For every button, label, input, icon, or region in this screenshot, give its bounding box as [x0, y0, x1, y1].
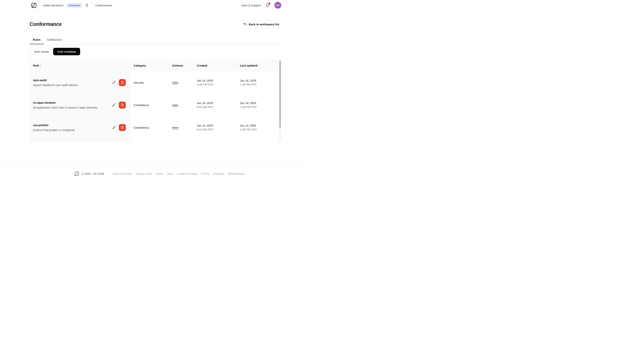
column-header-created[interactable]: Created	[194, 64, 237, 67]
updated-time: 1:46 PM PDT	[240, 105, 257, 109]
footer-link-nxdevtools[interactable]: @NxDevTools	[228, 172, 245, 175]
category-cell: Consistency	[131, 94, 170, 116]
edit-rule-button[interactable]	[110, 102, 117, 109]
created-cell: Jun 14, 2025 8:41 AM PDT	[194, 94, 237, 116]
corner-up-left-icon	[243, 22, 247, 26]
created-time: 8:41 AM PDT	[197, 105, 213, 109]
nx-footer-logo-icon	[74, 171, 79, 176]
delete-rule-button[interactable]	[119, 79, 126, 86]
user-avatar[interactable]: NO	[275, 2, 281, 9]
notification-dot	[268, 3, 270, 4]
footer-link-privacy[interactable]: Privacy Policy	[136, 172, 152, 175]
rule-cell: npm-audit Report significant npm audit f…	[30, 71, 131, 94]
delete-rule-button[interactable]	[119, 124, 126, 131]
column-header-category[interactable]: Category	[131, 64, 170, 67]
view-schema-link[interactable]: View	[172, 126, 178, 129]
breadcrumb-separator: /	[92, 3, 93, 7]
breadcrumb-separator: /	[39, 3, 40, 7]
footer-link-docs[interactable]: Docs	[167, 172, 173, 175]
page-title: Conformance	[30, 21, 62, 27]
delete-rule-button[interactable]	[119, 102, 126, 109]
last-updated-cell: Jun 14, 2025 1:46 PM PDT	[237, 116, 282, 139]
category-cell: Consistency	[131, 116, 170, 139]
created-time: 8:41 AM PDT	[197, 128, 213, 131]
row-actions	[110, 124, 126, 131]
back-button-label: Back to workspace list	[249, 23, 279, 26]
updated-date: Jun 14, 2025	[240, 79, 257, 82]
updated-date: Jun 14, 2025	[240, 124, 257, 127]
category-cell: Security	[131, 71, 170, 94]
created-date: Jun 14, 2025	[197, 101, 213, 105]
rule-view-toggle: Rule results Rule metadata	[30, 48, 283, 55]
footer-link-status[interactable]: Status	[156, 172, 163, 175]
table-bottom-spacer	[30, 139, 282, 142]
table-row: npm-audit Report significant npm audit f…	[30, 71, 282, 94]
plan-badge: Enterprise	[66, 3, 82, 7]
pencil-icon	[112, 103, 116, 107]
schema-cell: View	[170, 94, 194, 116]
rule-description: Report significant npm audit failures	[33, 83, 78, 87]
pencil-icon	[112, 81, 116, 84]
column-header-rule[interactable]: Rule↑	[30, 64, 131, 67]
rule-description: Enforce that prettier is configured	[33, 128, 74, 132]
updated-time: 1:46 PM PDT	[240, 128, 257, 131]
notifications-bell-button[interactable]	[266, 3, 270, 7]
table-row: nx-apps-location All application shell c…	[30, 94, 282, 116]
view-schema-link[interactable]: View	[172, 81, 178, 84]
created-cell: Jun 14, 2025 1:46 PM PDT	[194, 71, 237, 94]
main-content: Conformance Back to workspace list Rules…	[30, 20, 283, 142]
tab-bar: Rules Notifications	[30, 38, 283, 44]
edit-rule-button[interactable]	[110, 124, 117, 131]
edit-rule-button[interactable]	[110, 79, 117, 86]
scrollbar-thumb[interactable]	[279, 61, 281, 128]
updated-time: 1:46 PM PDT	[240, 83, 257, 86]
breadcrumb-workspace[interactable]: stellar-dynamics	[43, 4, 63, 7]
nav-actions: Docs & Support NO	[241, 2, 281, 9]
workspace-switcher-button[interactable]	[85, 3, 89, 7]
rule-results-toggle[interactable]: Rule results	[30, 48, 53, 55]
last-updated-cell: Jun 14, 2025 1:46 PM PDT	[237, 71, 282, 94]
created-date: Jun 14, 2025	[197, 124, 213, 127]
column-header-last-updated[interactable]: Last updated	[237, 64, 282, 67]
footer-link-company[interactable]: Company	[213, 172, 224, 175]
created-time: 1:46 PM PDT	[197, 83, 214, 86]
rule-cell: use-prettier Enforce that prettier is co…	[30, 116, 131, 139]
trash-icon	[121, 81, 124, 84]
breadcrumb-page[interactable]: Conformance	[95, 4, 112, 7]
back-to-workspace-button[interactable]: Back to workspace list	[240, 20, 283, 28]
footer-link-terms[interactable]: Terms of Service	[112, 172, 132, 175]
created-cell: Jun 14, 2025 8:41 AM PDT	[194, 116, 237, 139]
pencil-icon	[112, 126, 116, 129]
top-nav: / stellar-dynamics Enterprise / Conforma…	[0, 0, 310, 11]
schema-cell: View	[170, 71, 194, 94]
column-header-schema[interactable]: Schema	[170, 64, 194, 67]
rule-name: use-prettier	[33, 124, 74, 127]
rule-description: All application shell code is stored in …	[33, 106, 98, 109]
trash-icon	[121, 103, 124, 107]
page-footer: © 2025 – Nx Cloud Terms of Service Priva…	[0, 165, 310, 182]
last-updated-cell: Jun 14, 2025 1:46 PM PDT	[237, 94, 282, 116]
rule-cell: nx-apps-location All application shell c…	[30, 94, 131, 116]
footer-link-contact[interactable]: Contact Nx Cloud	[177, 172, 197, 175]
created-date: Jun 14, 2025	[197, 79, 214, 82]
view-schema-link[interactable]: View	[172, 103, 178, 107]
docs-support-link[interactable]: Docs & Support	[241, 4, 261, 7]
updated-date: Jun 14, 2025	[240, 101, 257, 105]
chevrons-up-down-icon	[86, 3, 88, 7]
table-header-row: Rule↑ Category Schema Created Last updat…	[30, 60, 282, 71]
footer-link-pricing[interactable]: Pricing	[201, 172, 209, 175]
schema-cell: View	[170, 116, 194, 139]
rule-metadata-toggle[interactable]: Rule metadata	[53, 48, 80, 55]
copyright-text: © 2025 – Nx Cloud	[82, 172, 104, 175]
tab-notifications[interactable]: Notifications	[44, 38, 66, 44]
table-row: use-prettier Enforce that prettier is co…	[30, 116, 282, 139]
nx-logo-icon[interactable]	[31, 3, 37, 8]
rule-name: nx-apps-location	[33, 101, 98, 104]
row-actions	[110, 79, 126, 86]
tab-rules[interactable]: Rules	[30, 38, 44, 44]
breadcrumb: / stellar-dynamics Enterprise / Conforma…	[31, 3, 112, 8]
table-scrollbar[interactable]	[279, 60, 281, 141]
row-actions	[110, 102, 126, 109]
page-header: Conformance Back to workspace list	[30, 20, 283, 28]
footer-links: Terms of Service Privacy Policy Status D…	[112, 172, 245, 175]
